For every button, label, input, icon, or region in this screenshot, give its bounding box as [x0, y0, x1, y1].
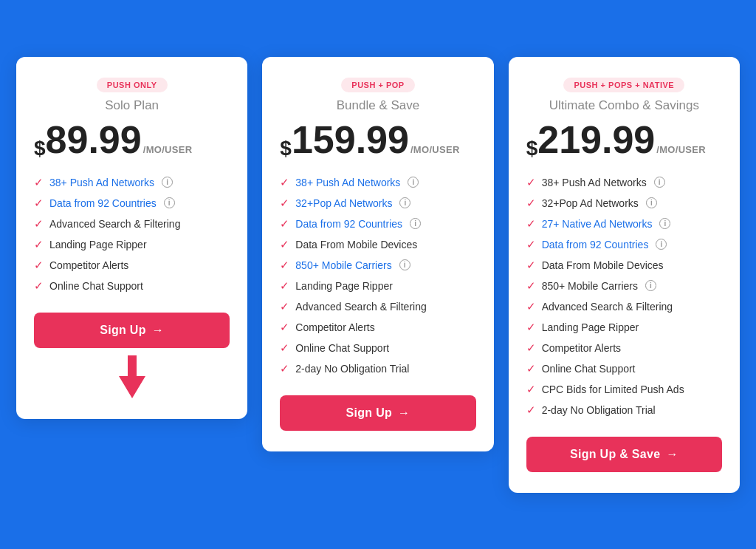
list-item: ✓Online Chat Support [34, 276, 230, 296]
check-icon: ✓ [526, 259, 536, 272]
plan-name-bundle: Bundle & Save [280, 98, 475, 113]
feature-text: Advanced Search & Filtering [295, 301, 426, 313]
check-icon: ✓ [280, 321, 289, 334]
feature-link[interactable]: 850+ Mobile Carriers [295, 259, 391, 271]
arrow-stem [128, 355, 137, 376]
check-icon: ✓ [34, 238, 44, 251]
info-icon[interactable]: i [408, 177, 419, 188]
features-list-solo: ✓38+ Push Ad Networksi✓Data from 92 Coun… [34, 172, 230, 296]
check-icon: ✓ [526, 321, 536, 334]
check-icon: ✓ [526, 300, 536, 313]
list-item: ✓Data From Mobile Devices [280, 234, 475, 255]
info-icon[interactable]: i [659, 218, 670, 229]
signup-button-ultimate[interactable]: Sign Up & Save→ [526, 437, 722, 472]
list-item: ✓Competitor Alerts [34, 255, 230, 276]
plan-badge-solo: PUSH ONLY [97, 78, 168, 92]
check-icon: ✓ [280, 362, 289, 375]
feature-text: Online Chat Support [542, 363, 636, 375]
list-item: ✓Online Chat Support [280, 338, 475, 358]
check-icon: ✓ [34, 176, 44, 189]
feature-text: Advanced Search & Filtering [49, 218, 180, 230]
list-item: ✓850+ Mobile Carriersi [526, 276, 722, 296]
check-icon: ✓ [526, 279, 536, 293]
info-icon[interactable]: i [645, 280, 656, 291]
info-icon[interactable]: i [654, 177, 665, 188]
feature-link[interactable]: Data from 92 Countries [295, 218, 402, 230]
price-row-solo: $ 89.99 /MO/USER [34, 120, 230, 159]
info-icon[interactable]: i [410, 218, 421, 229]
feature-text: Competitor Alerts [295, 321, 374, 333]
feature-link[interactable]: 27+ Native Ad Networks [542, 218, 653, 230]
price-suffix: /MO/USER [410, 145, 460, 154]
btn-label: Sign Up [346, 406, 393, 420]
price-row-bundle: $ 159.99 /MO/USER [280, 120, 475, 159]
check-icon: ✓ [526, 403, 536, 417]
info-icon[interactable]: i [162, 177, 173, 188]
feature-link[interactable]: 38+ Push Ad Networks [49, 177, 154, 188]
check-icon: ✓ [34, 217, 44, 231]
list-item: ✓Data From Mobile Devices [526, 255, 722, 276]
feature-text: Online Chat Support [49, 280, 143, 292]
check-icon: ✓ [280, 341, 289, 355]
check-icon: ✓ [526, 217, 536, 231]
feature-text: Advanced Search & Filtering [542, 301, 673, 313]
feature-link[interactable]: 38+ Push Ad Networks [295, 177, 400, 188]
feature-text: Data From Mobile Devices [295, 239, 417, 250]
price-dollar: $ [34, 138, 46, 159]
check-icon: ✓ [526, 238, 536, 251]
btn-label: Sign Up & Save [570, 448, 660, 461]
info-icon[interactable]: i [399, 259, 410, 270]
check-icon: ✓ [526, 383, 536, 396]
list-item: ✓Competitor Alerts [280, 317, 475, 338]
list-item: ✓Data from 92 Countriesi [526, 234, 722, 255]
feature-text: 32+Pop Ad Networks [542, 197, 639, 209]
check-icon: ✓ [526, 176, 536, 189]
list-item: ✓Competitor Alerts [526, 338, 722, 358]
feature-text: Online Chat Support [295, 342, 389, 354]
check-icon: ✓ [34, 197, 44, 210]
feature-text: Data From Mobile Devices [542, 259, 664, 271]
price-main: 219.99 [537, 120, 655, 159]
list-item: ✓2-day No Obligation Trial [280, 358, 475, 379]
feature-text: Competitor Alerts [49, 259, 128, 271]
badge-wrap: PUSH + POPS + NATIVE [526, 78, 722, 98]
plan-card-solo: PUSH ONLYSolo Plan $ 89.99 /MO/USER ✓38+… [16, 57, 247, 419]
info-icon[interactable]: i [646, 197, 657, 208]
feature-link[interactable]: Data from 92 Countries [542, 239, 649, 250]
list-item: ✓Advanced Search & Filtering [280, 296, 475, 317]
signup-button-bundle[interactable]: Sign Up→ [280, 395, 475, 431]
feature-text: Landing Page Ripper [49, 239, 147, 250]
info-icon[interactable]: i [399, 197, 410, 208]
check-icon: ✓ [280, 279, 289, 293]
pricing-container: PUSH ONLYSolo Plan $ 89.99 /MO/USER ✓38+… [16, 57, 740, 493]
plan-badge-ultimate: PUSH + POPS + NATIVE [563, 78, 684, 92]
arrow-head [119, 376, 145, 398]
check-icon: ✓ [280, 300, 289, 313]
check-icon: ✓ [526, 197, 536, 210]
feature-text: Landing Page Ripper [295, 280, 393, 292]
feature-link[interactable]: 32+Pop Ad Networks [295, 197, 392, 209]
features-list-ultimate: ✓38+ Push Ad Networksi✓32+Pop Ad Network… [526, 172, 722, 420]
price-main: 159.99 [292, 120, 409, 159]
info-icon[interactable]: i [656, 239, 667, 250]
feature-text: 2-day No Obligation Trial [295, 363, 409, 375]
list-item: ✓Data from 92 Countriesi [280, 214, 475, 234]
check-icon: ✓ [280, 238, 289, 251]
check-icon: ✓ [280, 217, 289, 231]
feature-text: Competitor Alerts [542, 342, 621, 354]
list-item: ✓Advanced Search & Filtering [526, 296, 722, 317]
badge-wrap: PUSH ONLY [34, 78, 230, 98]
plan-name-ultimate: Ultimate Combo & Savings [526, 98, 722, 113]
price-dollar: $ [280, 138, 292, 159]
feature-link[interactable]: Data from 92 Countries [49, 197, 157, 209]
signup-button-solo[interactable]: Sign Up→ [34, 313, 230, 348]
plan-card-ultimate: PUSH + POPS + NATIVEUltimate Combo & Sav… [509, 57, 740, 493]
info-icon[interactable]: i [164, 197, 175, 208]
plan-card-bundle: PUSH + POPBundle & Save $ 159.99 /MO/USE… [262, 57, 493, 451]
feature-text: 850+ Mobile Carriers [542, 280, 638, 292]
list-item: ✓32+Pop Ad Networksi [280, 193, 475, 214]
list-item: ✓Advanced Search & Filtering [34, 214, 230, 234]
price-suffix: /MO/USER [656, 145, 706, 154]
list-item: ✓Online Chat Support [526, 358, 722, 379]
list-item: ✓2-day No Obligation Trial [526, 400, 722, 420]
